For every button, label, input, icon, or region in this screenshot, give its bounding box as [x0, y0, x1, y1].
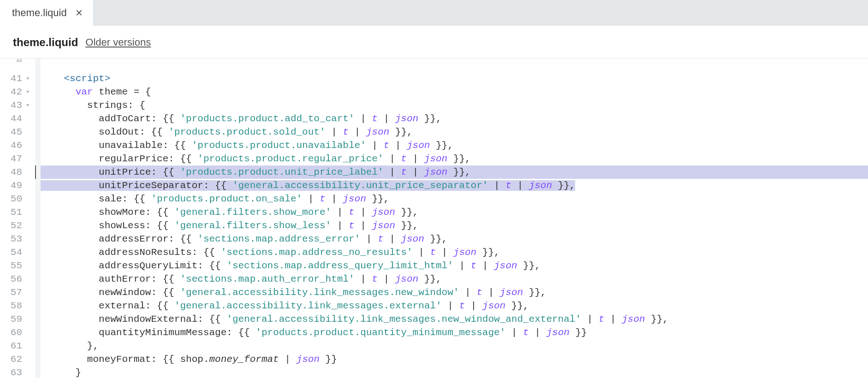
- code-line[interactable]: var theme = {: [41, 85, 868, 99]
- line-number: 59: [0, 313, 23, 326]
- line-number: 45: [0, 125, 23, 139]
- line-number: 58: [0, 299, 23, 313]
- code-line[interactable]: showMore: {{ 'general.filters.show_more'…: [41, 206, 868, 219]
- line-number: 40: [0, 59, 23, 72]
- tab-theme-liquid[interactable]: theme.liquid ✕: [0, 0, 94, 26]
- file-title: theme.liquid: [13, 36, 78, 49]
- line-number: 47: [0, 152, 23, 165]
- code-line[interactable]: external: {{ 'general.accessibility.link…: [41, 299, 868, 313]
- code-line[interactable]: },: [41, 339, 868, 353]
- code-line[interactable]: strings: {: [41, 99, 868, 112]
- line-number: 44: [0, 112, 23, 125]
- line-number: 60: [0, 326, 23, 339]
- breakpoint-column: [35, 59, 41, 378]
- code-line[interactable]: addressError: {{ 'sections.map.address_e…: [41, 232, 868, 246]
- code-line[interactable]: <script>: [41, 72, 868, 85]
- older-versions-link[interactable]: Older versions: [85, 36, 151, 48]
- line-number: 50: [0, 192, 23, 206]
- line-number: 57: [0, 286, 23, 299]
- code-line[interactable]: newWindowExternal: {{ 'general.accessibi…: [41, 313, 868, 326]
- code-line[interactable]: sale: {{ 'products.product.on_sale' | t …: [41, 192, 868, 206]
- code-line[interactable]: [41, 59, 868, 72]
- line-number: 41: [0, 72, 23, 85]
- line-number: 46: [0, 139, 23, 152]
- line-number: 62: [0, 353, 23, 366]
- line-number: 56: [0, 272, 23, 286]
- line-number: 63: [0, 366, 23, 378]
- code-editor[interactable]: 4041424344454647484950515253545556575859…: [0, 59, 868, 378]
- code-line[interactable]: quantityMinimumMessage: {{ 'products.pro…: [41, 326, 868, 339]
- code-line[interactable]: newWindow: {{ 'general.accessibility.lin…: [41, 286, 868, 299]
- line-number: 61: [0, 339, 23, 353]
- file-subheader: theme.liquid Older versions: [0, 26, 868, 59]
- line-number: 53: [0, 232, 23, 246]
- code-line[interactable]: moneyFormat: {{ shop.money_format | json…: [41, 353, 868, 366]
- code-line[interactable]: addressQueryLimit: {{ 'sections.map.addr…: [41, 259, 868, 272]
- close-icon[interactable]: ✕: [73, 7, 85, 18]
- line-number: 42: [0, 85, 23, 99]
- tab-label: theme.liquid: [12, 7, 67, 19]
- code-line[interactable]: unitPrice: {{ 'products.product.unit_pri…: [41, 165, 868, 179]
- code-line[interactable]: soldOut: {{ 'products.product.sold_out' …: [41, 125, 868, 139]
- line-number-gutter: 4041424344454647484950515253545556575859…: [0, 59, 26, 378]
- line-number: 52: [0, 219, 23, 232]
- code-line[interactable]: authError: {{ 'sections.map.auth_error_h…: [41, 272, 868, 286]
- line-number: 51: [0, 206, 23, 219]
- code-line[interactable]: }: [41, 366, 868, 378]
- tab-bar: theme.liquid ✕: [0, 0, 868, 26]
- line-number: 49: [0, 179, 23, 192]
- line-number: 54: [0, 246, 23, 259]
- line-number: 48: [0, 165, 23, 179]
- line-number: 43: [0, 99, 23, 112]
- code-line[interactable]: unitPriceSeparator: {{ 'general.accessib…: [41, 179, 868, 192]
- line-number: 55: [0, 259, 23, 272]
- code-line[interactable]: addToCart: {{ 'products.product.add_to_c…: [41, 112, 868, 125]
- code-line[interactable]: showLess: {{ 'general.filters.show_less'…: [41, 219, 868, 232]
- code-line[interactable]: regularPrice: {{ 'products.product.regul…: [41, 152, 868, 165]
- code-line[interactable]: addressNoResults: {{ 'sections.map.addre…: [41, 246, 868, 259]
- code-content[interactable]: <script> var theme = { strings: { addToC…: [41, 59, 868, 378]
- code-line[interactable]: unavailable: {{ 'products.product.unavai…: [41, 139, 868, 152]
